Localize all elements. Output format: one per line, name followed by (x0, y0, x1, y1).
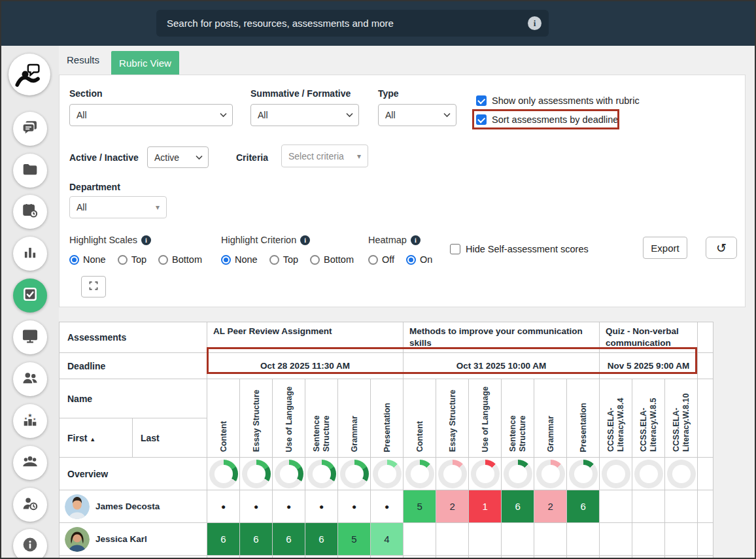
summative-formative-select[interactable]: All (250, 104, 359, 126)
monitor-icon (22, 328, 39, 347)
highlight-scales-label: Highlight Scales i (69, 235, 151, 245)
hide-self-assessment-checkbox-row[interactable]: Hide Self-assessment scores (450, 244, 589, 254)
sidebar-item-achievements[interactable]: ★★★ (13, 404, 47, 438)
score-cell[interactable]: 6 (502, 490, 534, 523)
checkbox-checked[interactable] (476, 114, 487, 125)
radio-unselected[interactable] (368, 255, 378, 265)
score-cell[interactable]: 6 (305, 523, 338, 556)
highlight-scales-options: NoneTopBottom (69, 254, 202, 265)
donut-chart (438, 460, 467, 488)
active-inactive-select[interactable]: Active (147, 146, 209, 168)
sidebar-item-planner[interactable] (13, 195, 47, 229)
heatmap-on[interactable]: On (406, 254, 432, 265)
score-cell[interactable]: 6 (273, 523, 305, 556)
search-info-icon[interactable]: i (528, 16, 541, 30)
dropdown-triangle-icon: ▾ (156, 203, 160, 212)
donut-chart (373, 460, 402, 488)
score-cell[interactable]: 6 (207, 523, 240, 556)
checkbox-checked[interactable] (476, 95, 487, 106)
show-rubric-checkbox-row[interactable]: Show only assessments with rubric (476, 95, 640, 106)
info-icon[interactable]: i (141, 235, 151, 245)
radio-unselected[interactable] (269, 255, 279, 265)
student-name-cell[interactable]: James Decosta (60, 490, 207, 523)
app-logo[interactable] (9, 54, 50, 95)
fullscreen-button[interactable] (81, 276, 106, 297)
radio-unselected[interactable] (118, 255, 128, 265)
score-cell[interactable]: 6 (567, 490, 600, 523)
refresh-button[interactable]: ↺ (706, 237, 737, 259)
criteria-select[interactable]: Select criteria ▾ (281, 144, 368, 167)
heatmap-off[interactable]: Off (368, 254, 394, 265)
app-window: Search for posts, resources, assessments… (0, 0, 756, 559)
highlight-criterion-bottom[interactable]: Bottom (310, 254, 354, 265)
sidebar-item-courses[interactable] (13, 154, 47, 188)
score-cell[interactable]: 2 (436, 490, 469, 523)
assessment-title[interactable]: Methods to improve your communication sk… (404, 322, 600, 353)
score-cell[interactable]: 2 (534, 490, 567, 523)
radio-selected[interactable] (69, 255, 79, 265)
donut-chart (471, 460, 500, 488)
assessment-title[interactable]: AL Peer Review Assignment (207, 322, 404, 353)
tab-results[interactable]: Results (67, 54, 99, 65)
svg-text:★: ★ (24, 416, 27, 420)
sidebar-item-attendance[interactable] (13, 488, 47, 522)
student-name-cell[interactable]: Jessica Karl (60, 523, 207, 556)
radio-unselected[interactable] (158, 255, 168, 265)
empty-row-cell (240, 556, 273, 559)
highlight-criterion-none[interactable]: None (221, 254, 258, 265)
fullscreen-icon (88, 280, 99, 293)
section-select[interactable]: All (69, 104, 233, 126)
type-select[interactable]: All (378, 104, 456, 126)
self-assessment-dot-cell[interactable]: ● (305, 490, 338, 523)
donut-chart (602, 460, 630, 488)
empty-row-cell (665, 556, 698, 559)
donut-chart (242, 460, 271, 488)
group3-icon (22, 453, 39, 473)
score-cell[interactable]: 1 (469, 490, 502, 523)
sidebar-item-students[interactable] (13, 362, 47, 396)
sidebar-item-screen[interactable] (13, 320, 47, 354)
sort-first-column[interactable]: First ▲ (60, 418, 133, 458)
sort-last-column[interactable]: Last (133, 418, 207, 458)
radio-unselected[interactable] (310, 255, 320, 265)
sidebar-item-messages[interactable] (13, 112, 47, 146)
assessment-title[interactable]: Quiz - Non-verbal communication (600, 322, 698, 353)
score-cell[interactable]: 5 (338, 523, 371, 556)
score-cell[interactable]: 4 (371, 523, 404, 556)
info-icon[interactable]: i (411, 235, 421, 245)
info-icon[interactable]: i (300, 235, 310, 245)
radio-selected[interactable] (406, 255, 416, 265)
department-select[interactable]: All ▾ (69, 196, 167, 218)
rubric-table: AssessmentsAL Peer Review AssignmentMeth… (59, 322, 713, 559)
overview-header: Overview (60, 458, 207, 490)
search-input[interactable]: Search for posts, resources, assessments… (156, 10, 549, 37)
highlight-scales-bottom[interactable]: Bottom (158, 254, 202, 265)
score-cell[interactable]: 5 (404, 490, 436, 523)
self-assessment-dot-cell[interactable]: ● (240, 490, 273, 523)
highlight-scales-top[interactable]: Top (118, 254, 146, 265)
sidebar-item-groups[interactable] (13, 446, 47, 480)
export-button[interactable]: Export (643, 237, 687, 259)
sort-deadline-checkbox-row[interactable]: Sort assessments by deadline (476, 114, 618, 125)
sidebar-item-results[interactable] (13, 237, 47, 271)
highlight-scales-none[interactable]: None (69, 254, 106, 265)
empty-row-cell (469, 556, 502, 559)
checkbox-unchecked[interactable] (450, 244, 460, 254)
sidebar-item-information[interactable] (13, 529, 47, 559)
self-assessment-dot-cell[interactable]: ● (207, 490, 240, 523)
score-cell[interactable]: 6 (240, 523, 273, 556)
empty-row-cell (207, 556, 240, 559)
deadline-header: Deadline (60, 353, 207, 379)
tab-rubric-view[interactable]: Rubric View (111, 51, 179, 75)
radio-selected[interactable] (221, 255, 231, 265)
self-assessment-dot-cell[interactable]: ● (338, 490, 371, 523)
empty-score-cell (665, 490, 698, 523)
donut-chart (405, 460, 434, 488)
empty-score-cell (632, 523, 665, 556)
highlight-criterion-top[interactable]: Top (269, 254, 298, 265)
self-assessment-dot-cell[interactable]: ● (273, 490, 305, 523)
sidebar-item-assessments[interactable] (13, 279, 47, 313)
info-icon (22, 536, 39, 556)
self-assessment-dot-cell[interactable]: ● (371, 490, 404, 523)
avatar (65, 494, 90, 519)
